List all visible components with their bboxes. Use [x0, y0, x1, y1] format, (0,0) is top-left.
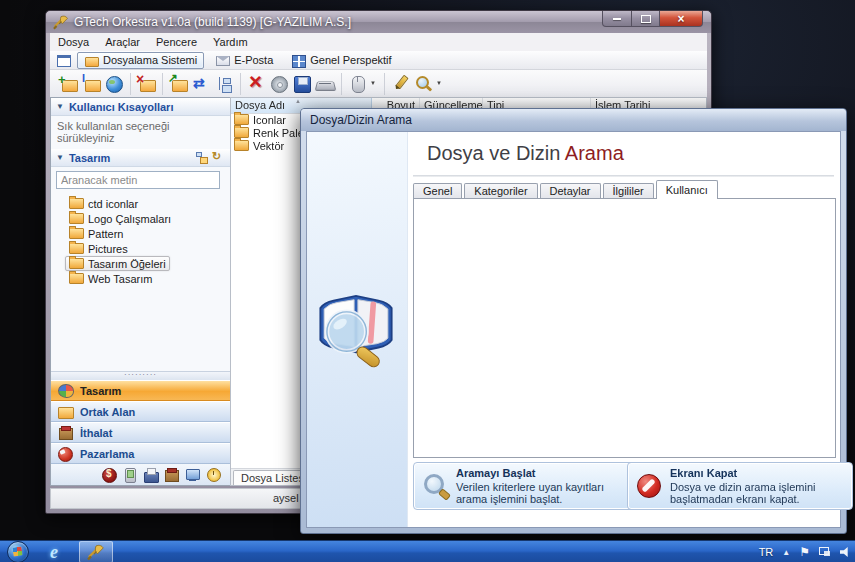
folder-tree-item[interactable]: Logo Çalışmaları: [65, 211, 175, 226]
taskbar-orkestra-button[interactable]: [79, 541, 113, 562]
tab-panel: [413, 198, 836, 458]
design-section-header[interactable]: ▼ Tasarım: [51, 149, 230, 167]
printer-icon[interactable]: [143, 467, 159, 483]
shortcuts-hint: Sık kullanılan seçeneği sürükleyiniz: [51, 116, 230, 149]
folder-icon: [234, 140, 249, 151]
dialog-titlebar[interactable]: Dosya/Dizin Arama: [301, 109, 846, 131]
clock-icon[interactable]: [206, 467, 222, 483]
edit-pen-icon[interactable]: [390, 74, 411, 94]
search-input[interactable]: [56, 171, 220, 189]
window-controls: ×: [602, 11, 703, 27]
folder-tree-item[interactable]: Pattern: [65, 226, 127, 241]
burn-cd-icon[interactable]: [269, 74, 290, 94]
folder-tree-item[interactable]: Web Tasarım: [65, 271, 156, 286]
monitor-icon[interactable]: [185, 467, 201, 483]
close-screen-button[interactable]: Ekranı Kapat Dosya ve dizin arama işlemi…: [627, 462, 853, 510]
network-icon[interactable]: [819, 547, 831, 557]
dropdown-arrow-icon[interactable]: [436, 74, 445, 94]
folder-tree-item[interactable]: ctd iconlar: [65, 196, 142, 211]
accordion-splitter[interactable]: ·········: [51, 371, 230, 380]
perspective-bar: Dosyalama Sistemi E-Posta Genel Perspekt…: [50, 51, 707, 70]
accordion-section[interactable]: Ortak Alan: [51, 401, 230, 422]
menu-item[interactable]: Araçlar: [97, 34, 148, 50]
heading-accent: Arama: [565, 142, 624, 164]
menu-item[interactable]: Yardım: [205, 34, 256, 50]
window-layout-icon[interactable]: [56, 54, 71, 67]
language-indicator[interactable]: TR: [759, 546, 774, 558]
mouse-icon[interactable]: [347, 74, 368, 94]
accordion-icon-row: [51, 464, 230, 485]
start-search-button[interactable]: Aramayı Başlat Verilen kriterlere uyan k…: [413, 462, 639, 510]
dialog-tab[interactable]: Detaylar: [540, 183, 601, 199]
taskbar-ie-button[interactable]: e: [37, 541, 71, 562]
folder-tree-item[interactable]: Tasarım Öğeleri: [65, 256, 170, 271]
grid-icon: [291, 54, 306, 67]
shared-folder-icon: [58, 405, 74, 419]
shortcuts-header[interactable]: ▼ Kullanıcı Kısayolları: [51, 98, 230, 116]
system-tray: TR ▲ ⚑: [759, 546, 855, 558]
delete-icon[interactable]: [246, 74, 267, 94]
scanner-icon[interactable]: [315, 74, 336, 94]
dialog-tab[interactable]: Kullanıcı: [656, 180, 718, 199]
palette-icon: [58, 384, 74, 398]
folder-tree-item[interactable]: Pictures: [65, 241, 132, 256]
accordion-section[interactable]: Tasarım: [51, 380, 230, 401]
delete-folder-icon[interactable]: [136, 74, 157, 94]
folder-icon: [234, 127, 249, 138]
folder-tree: ctd iconlar Logo Çalışmaları Pattern Pic…: [51, 193, 230, 286]
add-folder-icon[interactable]: [58, 74, 79, 94]
import-box-icon: [58, 426, 74, 440]
taskbar: e TR ▲ ⚑: [0, 540, 855, 562]
perspective-tab[interactable]: E-Posta: [208, 52, 280, 69]
save-icon[interactable]: [292, 74, 313, 94]
dropdown-arrow-icon[interactable]: [370, 74, 379, 94]
start-button[interactable]: [7, 541, 29, 562]
close-button[interactable]: ×: [659, 11, 703, 27]
stop-icon: [636, 473, 662, 499]
maximize-button[interactable]: [632, 11, 659, 27]
dialog-tab[interactable]: İlgililer: [603, 183, 654, 199]
action-center-flag-icon[interactable]: ⚑: [799, 546, 810, 558]
network-globe-icon[interactable]: [104, 74, 125, 94]
rename-folder-icon[interactable]: [81, 74, 102, 94]
search-zoom-icon[interactable]: [413, 74, 434, 94]
folder-open-icon: [84, 54, 99, 67]
trumpet-icon: [87, 543, 105, 561]
folder-icon: [69, 258, 84, 269]
marketing-icon: [58, 447, 74, 461]
minimize-button[interactable]: [602, 11, 632, 27]
dialog-tab[interactable]: Kategoriler: [464, 183, 537, 199]
dollar-icon[interactable]: [101, 467, 117, 483]
book-search-illustration: [311, 280, 401, 370]
dialog-title: Dosya/Dizin Arama: [310, 113, 412, 127]
swap-icon[interactable]: [191, 74, 212, 94]
perspective-tab[interactable]: Dosyalama Sistemi: [77, 52, 204, 69]
menu-bar: DosyaAraçlarPencereYardım: [50, 33, 707, 52]
folder-icon: [69, 213, 84, 224]
package-icon[interactable]: [164, 467, 180, 483]
folder-icon: [69, 198, 84, 209]
folder-icon: [69, 228, 84, 239]
main-toolbar: [50, 70, 707, 98]
menu-item[interactable]: Pencere: [148, 34, 205, 50]
dialog-heading: Dosya ve Dizin Arama: [427, 142, 624, 165]
status-username: aysel: [273, 492, 299, 504]
category-tree-icon[interactable]: [194, 151, 207, 164]
sidebar: ▼ Kullanıcı Kısayolları Sık kullanılan s…: [50, 97, 231, 486]
refresh-icon[interactable]: [212, 151, 225, 164]
main-titlebar[interactable]: GTech Orkestra v1.0a (build 1139) [G-YAZ…: [46, 11, 711, 33]
speaker-icon[interactable]: [840, 547, 851, 558]
accordion-section[interactable]: İthalat: [51, 422, 230, 443]
export-folder-icon[interactable]: [168, 74, 189, 94]
search-dialog: Dosya/Dizin Arama: [300, 108, 847, 534]
mail-icon: [215, 54, 230, 67]
collapse-arrow-icon: ▼: [56, 102, 64, 111]
tree-icon[interactable]: [214, 74, 235, 94]
perspective-tab[interactable]: Genel Perspektif: [284, 52, 398, 69]
menu-item[interactable]: Dosya: [50, 34, 97, 50]
phone-icon[interactable]: [122, 467, 138, 483]
dialog-tab[interactable]: Genel: [413, 183, 462, 199]
accordion-section[interactable]: Pazarlama: [51, 443, 230, 464]
show-hidden-icons[interactable]: ▲: [782, 548, 790, 557]
window-title: GTech Orkestra v1.0a (build 1139) [G-YAZ…: [74, 15, 351, 29]
